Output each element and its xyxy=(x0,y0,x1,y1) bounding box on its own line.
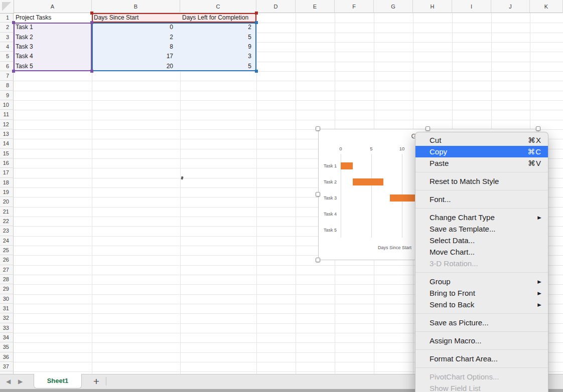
select-all-corner[interactable] xyxy=(0,0,14,14)
sheet-nav-right-icon[interactable]: ▶ xyxy=(18,378,23,385)
menu-item-save-as-picture[interactable]: Save as Picture... xyxy=(415,317,548,328)
chart-bar-1[interactable] xyxy=(341,162,353,169)
column-header-b[interactable]: B xyxy=(92,0,180,13)
column-header-h[interactable]: H xyxy=(413,0,452,13)
cell-task-5[interactable]: Task 5 xyxy=(16,62,91,71)
menu-item-font[interactable]: Font... xyxy=(415,193,548,205)
cell-c1[interactable]: Days Left for Completion xyxy=(182,13,255,23)
chart-resize-handle[interactable] xyxy=(316,126,320,131)
chart-resize-handle[interactable] xyxy=(536,126,540,131)
cell-left-2[interactable]: 5 xyxy=(180,33,254,42)
row-header-31[interactable]: 31 xyxy=(0,304,14,313)
sheet-nav-left-icon[interactable]: ◀ xyxy=(6,378,11,385)
row-header-22[interactable]: 22 xyxy=(0,217,14,226)
menu-item-select-data[interactable]: Select Data... xyxy=(415,235,548,246)
row-header-2[interactable]: 2 xyxy=(0,23,14,32)
cell-b1[interactable]: Days Since Start xyxy=(94,13,179,23)
row-header-14[interactable]: 14 xyxy=(0,139,14,148)
cell-task-2[interactable]: Task 2 xyxy=(16,33,91,42)
row-header-33[interactable]: 33 xyxy=(0,323,14,333)
range-border-values-handle[interactable] xyxy=(255,21,258,24)
range-border-values-handle[interactable] xyxy=(255,70,258,73)
menu-item-paste[interactable]: Paste⌘V xyxy=(415,157,548,169)
column-header-a[interactable]: A xyxy=(14,0,92,13)
column-header-e[interactable]: E xyxy=(296,0,335,13)
row-header-9[interactable]: 9 xyxy=(0,91,14,100)
range-border-categories-handle[interactable] xyxy=(12,21,15,24)
row-header-28[interactable]: 28 xyxy=(0,275,14,284)
menu-item-assign-macro[interactable]: Assign Macro... xyxy=(415,335,548,346)
row-header-15[interactable]: 15 xyxy=(0,149,14,158)
range-border-categories-handle[interactable] xyxy=(12,70,15,73)
cell-a1[interactable]: Project Tasks xyxy=(16,13,91,23)
menu-item-send-to-back[interactable]: Send to Back▶ xyxy=(415,299,548,310)
cell-task-4[interactable]: Task 4 xyxy=(16,52,91,61)
chart-bar-2[interactable] xyxy=(353,178,383,185)
row-header-10[interactable]: 10 xyxy=(0,100,14,110)
cell-task-1[interactable]: Task 1 xyxy=(16,23,91,32)
row-header-29[interactable]: 29 xyxy=(0,284,14,294)
column-header-j[interactable]: J xyxy=(491,0,530,13)
row-header-1[interactable]: 1 xyxy=(0,13,14,23)
cell-left-4[interactable]: 3 xyxy=(180,52,254,61)
row-header-34[interactable]: 34 xyxy=(0,333,14,342)
column-header-k[interactable]: K xyxy=(530,0,563,13)
row-header-25[interactable]: 25 xyxy=(0,246,14,255)
menu-item-format-chart-area[interactable]: Format Chart Area... xyxy=(415,353,548,364)
column-header-d[interactable]: D xyxy=(256,0,296,13)
row-header-20[interactable]: 20 xyxy=(0,197,14,207)
cell-since-4[interactable]: 17 xyxy=(92,52,177,61)
row-header-6[interactable]: 6 xyxy=(0,62,14,71)
cell-since-1[interactable]: 0 xyxy=(92,23,177,32)
range-border-series-names-handle[interactable] xyxy=(90,12,93,15)
tab-sheet1[interactable]: Sheet1 xyxy=(34,374,82,388)
row-header-32[interactable]: 32 xyxy=(0,313,14,323)
column-header-c[interactable]: C xyxy=(180,0,256,13)
row-header-7[interactable]: 7 xyxy=(0,71,14,81)
add-sheet-button[interactable]: + xyxy=(89,375,103,388)
menu-item-reset-to-match-style[interactable]: Reset to Match Style xyxy=(415,175,548,187)
row-header-11[interactable]: 11 xyxy=(0,110,14,119)
row-header-21[interactable]: 21 xyxy=(0,207,14,217)
row-header-27[interactable]: 27 xyxy=(0,265,14,275)
row-header-18[interactable]: 18 xyxy=(0,178,14,187)
menu-item-cut[interactable]: Cut⌘X xyxy=(415,134,548,146)
menu-item-bring-to-front[interactable]: Bring to Front▶ xyxy=(415,287,548,299)
menu-item-group[interactable]: Group▶ xyxy=(415,276,548,287)
cell-left-1[interactable]: 2 xyxy=(180,23,254,32)
row-header-12[interactable]: 12 xyxy=(0,120,14,129)
cell-left-5[interactable]: 5 xyxy=(180,62,254,71)
range-border-categories-handle[interactable] xyxy=(90,70,93,73)
row-header-19[interactable]: 19 xyxy=(0,187,14,197)
column-header-f[interactable]: F xyxy=(335,0,374,13)
cell-left-3[interactable]: 9 xyxy=(180,42,254,52)
row-header-30[interactable]: 30 xyxy=(0,294,14,304)
range-border-series-names-handle[interactable] xyxy=(255,12,258,15)
row-header-8[interactable]: 8 xyxy=(0,81,14,90)
cell-since-2[interactable]: 2 xyxy=(92,33,177,42)
chart-resize-handle[interactable] xyxy=(316,192,320,197)
row-header-17[interactable]: 17 xyxy=(0,168,14,177)
cell-since-3[interactable]: 8 xyxy=(92,42,177,52)
row-header-36[interactable]: 36 xyxy=(0,352,14,362)
row-header-5[interactable]: 5 xyxy=(0,52,14,61)
menu-item-save-as-template[interactable]: Save as Template... xyxy=(415,223,548,235)
row-header-4[interactable]: 4 xyxy=(0,42,14,52)
column-header-g[interactable]: G xyxy=(374,0,413,13)
chart-resize-handle[interactable] xyxy=(426,126,430,131)
row-header-26[interactable]: 26 xyxy=(0,255,14,265)
menu-item-change-chart-type[interactable]: Change Chart Type▶ xyxy=(415,212,548,223)
range-border-categories-handle[interactable] xyxy=(90,21,93,24)
row-header-24[interactable]: 24 xyxy=(0,236,14,246)
column-header-i[interactable]: I xyxy=(452,0,491,13)
row-header-23[interactable]: 23 xyxy=(0,226,14,236)
row-header-35[interactable]: 35 xyxy=(0,342,14,352)
menu-item-copy[interactable]: Copy⌘C xyxy=(415,146,548,157)
row-header-3[interactable]: 3 xyxy=(0,33,14,42)
row-header-13[interactable]: 13 xyxy=(0,129,14,139)
menu-item-move-chart[interactable]: Move Chart... xyxy=(415,246,548,258)
cell-task-3[interactable]: Task 3 xyxy=(16,42,91,52)
cell-since-5[interactable]: 20 xyxy=(92,62,177,71)
row-header-16[interactable]: 16 xyxy=(0,158,14,168)
row-header-37[interactable]: 37 xyxy=(0,362,14,371)
